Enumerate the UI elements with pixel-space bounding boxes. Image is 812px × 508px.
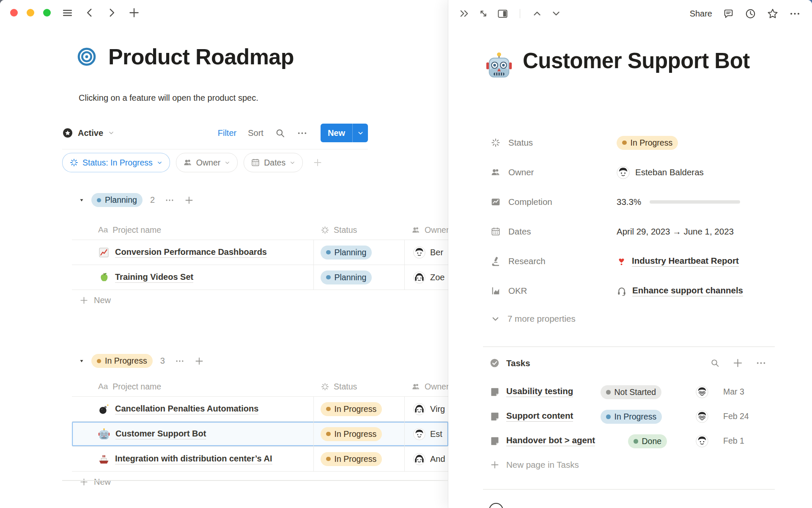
property-value[interactable]: 33.3% [617, 197, 782, 207]
group-add-icon[interactable] [184, 196, 194, 205]
history-icon[interactable] [745, 8, 756, 19]
property-label[interactable]: Research [508, 256, 617, 266]
zoom-window-button[interactable] [43, 9, 51, 17]
group-options-icon[interactable] [175, 356, 184, 366]
more-options-icon[interactable] [789, 8, 801, 19]
column-header-name[interactable]: Aa Project name [72, 225, 314, 235]
project-link[interactable]: Cancellation Penalties Automations [115, 404, 258, 414]
project-link[interactable]: Customer Support Bot [115, 429, 206, 439]
cell-owner[interactable]: Virg [405, 403, 448, 415]
column-header-owner[interactable]: Owner [405, 382, 448, 392]
cell-project-name[interactable]: Training Videos Set [72, 265, 314, 290]
task-status-pill[interactable]: Done [628, 434, 667, 448]
column-header-owner[interactable]: Owner [405, 225, 448, 235]
property-label[interactable]: OKR [508, 286, 617, 296]
add-filter-icon[interactable] [313, 158, 322, 167]
new-button-dropdown[interactable] [352, 124, 368, 142]
more-properties-button[interactable]: 7 more properties [491, 314, 576, 324]
collapse-triangle-icon[interactable] [79, 197, 85, 203]
table-row[interactable]: Training Videos Set Planning Zoe [72, 265, 448, 290]
filter-chip-status[interactable]: Status: In Progress [62, 153, 170, 172]
relation-link[interactable]: Industry Heartbeat Report [632, 256, 739, 267]
next-page-icon[interactable] [551, 8, 562, 19]
task-link[interactable]: Handover bot > agent [506, 435, 595, 446]
cell-project-name[interactable]: Integration with distribution center’s A… [72, 447, 314, 471]
task-row[interactable]: Support content In Progress Feb 24 [448, 405, 812, 429]
text-type-icon: Aa [98, 382, 108, 391]
filter-chip-owner[interactable]: Owner [176, 153, 238, 172]
bullseye-icon[interactable] [77, 47, 96, 66]
column-header-status[interactable]: Status [314, 225, 405, 235]
property-label[interactable]: Completion [508, 197, 617, 207]
sort-button[interactable]: Sort [248, 128, 263, 138]
cell-project-name[interactable]: Customer Support Bot [72, 422, 314, 446]
group-options-icon[interactable] [165, 196, 174, 205]
close-window-button[interactable] [10, 9, 18, 17]
minimize-window-button[interactable] [27, 9, 34, 17]
forward-icon[interactable] [106, 7, 117, 18]
new-tab-icon[interactable] [128, 7, 140, 19]
tasks-title[interactable]: Tasks [506, 358, 530, 368]
toolbar-actions: Filter Sort New [218, 124, 368, 142]
view-tab-active[interactable]: Active [62, 127, 115, 138]
new-row-button[interactable]: New [72, 290, 448, 310]
cell-status[interactable]: Planning [314, 265, 405, 290]
expand-page-icon[interactable] [478, 8, 489, 19]
previous-page-icon[interactable] [532, 8, 543, 19]
cell-status[interactable]: Planning [314, 240, 405, 265]
column-header-name[interactable]: Aa Project name [72, 382, 314, 392]
comments-icon[interactable] [723, 8, 734, 19]
column-header-status[interactable]: Status [314, 382, 405, 392]
search-icon[interactable] [275, 128, 285, 138]
property-label[interactable]: Status [508, 138, 617, 148]
table-row[interactable]: Conversion Performance Dashboards Planni… [72, 240, 448, 265]
project-link[interactable]: Conversion Performance Dashboards [115, 247, 267, 258]
cell-owner[interactable]: Zoe [405, 271, 448, 284]
side-peek-mode-icon[interactable] [497, 8, 508, 19]
cell-owner[interactable]: Est [405, 428, 448, 440]
table-row[interactable]: Integration with distribution center’s A… [72, 447, 448, 472]
filter-button[interactable]: Filter [218, 128, 236, 138]
table-row[interactable]: Cancellation Penalties Automations In Pr… [72, 397, 448, 422]
property-value[interactable]: In Progress [617, 136, 782, 150]
property-value[interactable]: Esteban Balderas [617, 166, 782, 179]
cell-status[interactable]: In Progress [314, 397, 405, 421]
table-row-selected[interactable]: Customer Support Bot In Progress Est [72, 422, 448, 447]
more-options-icon[interactable] [756, 358, 766, 368]
more-options-icon[interactable] [297, 128, 307, 138]
close-peek-icon[interactable] [459, 8, 470, 19]
cell-status[interactable]: In Progress [314, 447, 405, 471]
task-link[interactable]: Support content [506, 411, 573, 422]
favorite-star-icon[interactable] [767, 8, 779, 19]
cell-project-name[interactable]: Conversion Performance Dashboards [72, 240, 314, 265]
cell-owner[interactable]: And [405, 453, 448, 465]
cell-owner[interactable]: Ber [405, 246, 448, 259]
group-pill-in-progress[interactable]: In Progress [91, 354, 153, 368]
filter-chip-dates[interactable]: Dates [244, 153, 303, 172]
task-status-pill[interactable]: Not Started [601, 385, 661, 399]
new-row-button[interactable]: New [72, 472, 448, 492]
project-link[interactable]: Training Videos Set [115, 272, 193, 283]
task-row[interactable]: Usability testing Not Started Mar 3 [448, 380, 812, 405]
back-icon[interactable] [84, 7, 95, 18]
search-icon[interactable] [710, 358, 720, 368]
cell-project-name[interactable]: Cancellation Penalties Automations [72, 397, 314, 421]
project-link[interactable]: Integration with distribution center’s A… [115, 454, 272, 464]
task-row[interactable]: Handover bot > agent Done Feb 1 [448, 429, 812, 454]
share-button[interactable]: Share [690, 9, 712, 19]
robot-icon[interactable] [486, 52, 513, 79]
task-link[interactable]: Usability testing [506, 386, 573, 397]
cell-status[interactable]: In Progress [314, 422, 405, 446]
property-label[interactable]: Dates [508, 226, 617, 237]
relation-link[interactable]: Enhance support channels [632, 285, 743, 296]
property-value[interactable]: April 29, 2023 → June 1, 2023 [617, 226, 782, 237]
group-pill-planning[interactable]: Planning [91, 193, 143, 207]
new-task-button[interactable]: New page in Tasks [490, 460, 579, 470]
sidebar-menu-icon[interactable] [62, 7, 73, 19]
property-label[interactable]: Owner [508, 167, 617, 177]
task-status-pill[interactable]: In Progress [601, 410, 662, 424]
group-add-icon[interactable] [195, 356, 204, 366]
collapse-triangle-icon[interactable] [79, 358, 85, 364]
new-button[interactable]: New [321, 124, 352, 142]
add-task-icon[interactable] [732, 358, 743, 368]
